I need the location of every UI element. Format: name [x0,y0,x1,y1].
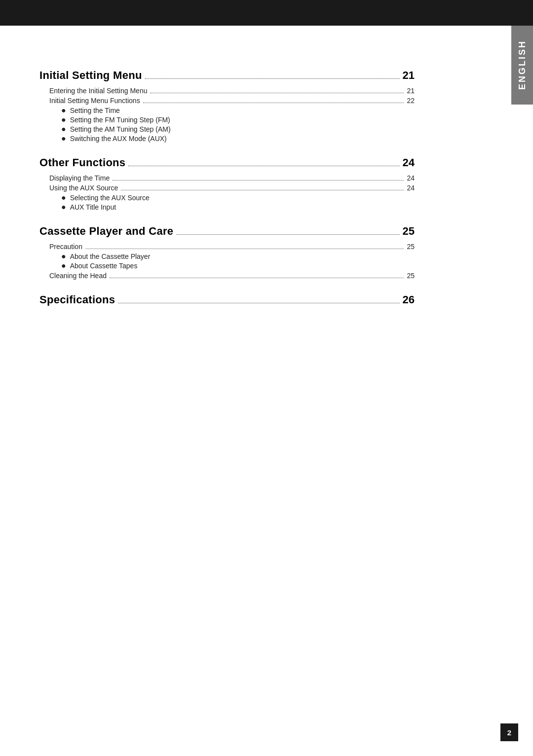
section-dots-other-functions [128,166,399,166]
bullet-text: Setting the AM Tuning Step (AM) [70,125,171,133]
sub-entry-dots [85,249,404,249]
content-area: Initial Setting Menu 21 Entering the Ini… [0,26,454,343]
section-header-cassette: Cassette Player and Care 25 [39,225,415,238]
section-header-specifications: Specifications 26 [39,293,415,306]
section-header-initial-setting: Initial Setting Menu 21 [39,69,415,82]
sub-entry-dots [150,93,404,93]
section-page-other-functions: 24 [403,156,415,169]
sub-entry-initial-functions: Initial Setting Menu Functions 22 [39,97,415,105]
section-other-functions: Other Functions 24 Displaying the Time 2… [39,156,415,211]
bullet-icon: ● [61,203,66,211]
bullet-icon: ● [61,135,66,143]
bullet-text: Setting the Time [70,107,120,114]
section-page-initial-setting: 21 [403,69,415,82]
section-header-other-functions: Other Functions 24 [39,156,415,169]
sub-entry-dots [121,190,404,190]
section-dots-specifications [118,303,399,303]
bullet-text: About the Cassette Player [70,252,151,260]
bullet-am-tuning: ● Setting the AM Tuning Step (AM) [39,125,415,133]
bullet-text: Setting the FM Tuning Step (FM) [70,116,170,124]
sub-entry-entering-initial: Entering the Initial Setting Menu 21 [39,87,415,95]
section-dots-cassette [176,234,399,235]
bullet-icon: ● [61,262,66,270]
bullet-icon: ● [61,107,66,114]
section-title-initial-setting: Initial Setting Menu [39,69,142,82]
sub-entry-precaution: Precaution 25 [39,243,415,251]
sub-entry-text: Precaution [49,243,82,251]
sub-entry-page: 24 [407,174,415,182]
sub-entry-text: Cleaning the Head [49,272,107,280]
bullet-text: About Cassette Tapes [70,262,138,270]
sub-entry-text: Displaying the Time [49,174,110,182]
bullet-aux-mode: ● Switching the AUX Mode (AUX) [39,135,415,143]
page-number-text: 2 [507,728,511,737]
section-page-cassette: 25 [403,225,415,238]
section-title-specifications: Specifications [39,293,115,306]
bullet-about-cassette-player: ● About the Cassette Player [39,252,415,260]
bullet-text: Switching the AUX Mode (AUX) [70,135,167,143]
bullet-aux-title-input: ● AUX Title Input [39,203,415,211]
bullet-icon: ● [61,116,66,124]
page-number-badge: 2 [500,723,518,741]
sub-entry-page: 25 [407,272,415,280]
sub-entry-dots [143,103,404,103]
section-cassette-player: Cassette Player and Care 25 Precaution 2… [39,225,415,280]
section-page-specifications: 26 [403,293,415,306]
bullet-text: Selecting the AUX Source [70,194,150,202]
side-tab: ENGLISH [511,26,533,105]
section-title-cassette: Cassette Player and Care [39,225,173,238]
section-title-other-functions: Other Functions [39,156,125,169]
sub-entry-using-aux: Using the AUX Source 24 [39,184,415,192]
sub-entry-page: 21 [407,87,415,95]
side-tab-label: ENGLISH [517,40,528,90]
top-bar [0,0,533,26]
bullet-icon: ● [61,125,66,133]
sub-entry-displaying-time: Displaying the Time 24 [39,174,415,182]
section-dots-initial-setting [145,78,400,79]
bullet-icon: ● [61,194,66,202]
sub-entry-text: Using the AUX Source [49,184,118,192]
bullet-icon: ● [61,252,66,260]
section-initial-setting-menu: Initial Setting Menu 21 Entering the Ini… [39,69,415,143]
bullet-selecting-aux: ● Selecting the AUX Source [39,194,415,202]
sub-entry-text: Entering the Initial Setting Menu [49,87,147,95]
sub-entry-cleaning-head: Cleaning the Head 25 [39,272,415,280]
sub-entry-dots [113,180,404,180]
bullet-about-cassette-tapes: ● About Cassette Tapes [39,262,415,270]
sub-entry-page: 24 [407,184,415,192]
bullet-setting-time: ● Setting the Time [39,107,415,114]
sub-entry-text: Initial Setting Menu Functions [49,97,140,105]
section-specifications: Specifications 26 [39,293,415,306]
sub-entry-page: 22 [407,97,415,105]
sub-entry-page: 25 [407,243,415,251]
sub-entry-dots [110,278,404,278]
bullet-fm-tuning: ● Setting the FM Tuning Step (FM) [39,116,415,124]
bullet-text: AUX Title Input [70,203,116,211]
